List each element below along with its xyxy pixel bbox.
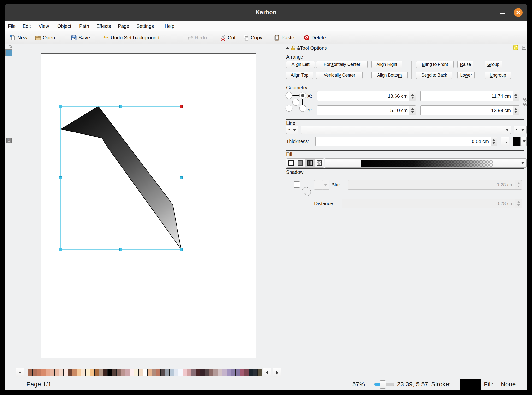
ungroup-button[interactable]: Ungroup (485, 72, 511, 79)
zoom-slider[interactable] (374, 379, 394, 390)
menu-help[interactable]: Help (165, 21, 174, 31)
open-button[interactable]: Open... (35, 31, 59, 44)
color-swatch[interactable] (174, 369, 178, 376)
menu-page[interactable]: Page (118, 21, 129, 31)
color-swatch[interactable] (72, 369, 77, 376)
color-swatch[interactable] (33, 369, 37, 376)
horizontally-center-button[interactable]: Horizontally Center (316, 61, 368, 68)
color-swatch[interactable] (81, 369, 86, 376)
shadow-color-dropdown[interactable] (322, 180, 329, 190)
color-swatch[interactable] (139, 369, 143, 376)
color-swatch[interactable] (253, 369, 258, 376)
color-swatch[interactable] (156, 369, 160, 376)
color-swatch[interactable] (46, 369, 50, 376)
color-swatch[interactable] (244, 369, 249, 376)
color-swatch[interactable] (218, 369, 222, 376)
stroke-color-button[interactable] (513, 137, 521, 146)
color-swatch[interactable] (117, 369, 121, 376)
panel-splitter[interactable] (283, 44, 283, 379)
color-swatch[interactable] (183, 369, 187, 376)
color-swatch[interactable] (103, 369, 108, 376)
color-swatch[interactable] (178, 369, 183, 376)
color-swatch[interactable] (240, 369, 244, 376)
new-button[interactable]: New (10, 31, 27, 44)
color-swatch[interactable] (249, 369, 253, 376)
color-swatch[interactable] (236, 369, 240, 376)
x-position-input[interactable]: 13.66 cm (317, 91, 416, 101)
color-swatch[interactable] (231, 369, 236, 376)
unlock-icon[interactable] (291, 45, 295, 51)
close-button[interactable] (514, 8, 523, 17)
dash-pattern-button[interactable]: .. (501, 137, 509, 146)
vertically-center-button[interactable]: Vertically Center (316, 72, 363, 79)
color-swatch[interactable] (59, 369, 64, 376)
raise-button[interactable]: Raise (457, 61, 473, 68)
color-swatch[interactable] (196, 369, 200, 376)
anchor-selector[interactable] (285, 91, 308, 113)
color-swatch[interactable] (50, 369, 55, 376)
color-swatch[interactable] (161, 369, 165, 376)
link-width-icon[interactable] (523, 98, 527, 102)
color-swatch[interactable] (41, 369, 46, 376)
color-swatch[interactable] (200, 369, 205, 376)
color-swatch[interactable] (99, 369, 103, 376)
fill-pattern-button[interactable] (315, 159, 324, 167)
fill-gradient-button[interactable] (305, 159, 315, 167)
fill-none-button[interactable] (286, 159, 296, 167)
menu-view[interactable]: View (39, 21, 49, 31)
shadow-color-button[interactable] (314, 180, 322, 190)
save-button[interactable]: Save (71, 31, 90, 44)
color-swatch[interactable] (77, 369, 81, 376)
align-bottom-button[interactable]: Align Bottom (371, 72, 408, 79)
distance-input[interactable]: 0.28 cm (342, 199, 522, 208)
redo-button[interactable]: Redo (187, 31, 207, 44)
y-position-input[interactable]: 5.10 cm (317, 105, 416, 115)
line-style-select[interactable] (301, 126, 511, 134)
menu-settings[interactable]: Settings (136, 21, 154, 31)
color-swatch[interactable] (90, 369, 94, 376)
palette-strip[interactable] (28, 369, 262, 376)
lower-button[interactable]: Lower (457, 72, 475, 79)
menu-object[interactable]: Object (57, 21, 71, 31)
collapse-icon[interactable] (286, 47, 289, 49)
color-swatch[interactable] (143, 369, 147, 376)
color-swatch[interactable] (134, 369, 138, 376)
color-swatch[interactable] (152, 369, 156, 376)
palette-prev-button[interactable] (263, 368, 271, 377)
color-swatch[interactable] (191, 369, 196, 376)
align-left-button[interactable]: Align Left (286, 61, 315, 68)
palette-next-button[interactable] (273, 368, 281, 377)
color-swatch[interactable] (148, 369, 152, 376)
color-swatch[interactable] (121, 369, 125, 376)
menu-file[interactable]: File (8, 21, 16, 31)
pin-icon[interactable] (513, 45, 518, 50)
minimize-button[interactable] (498, 10, 507, 16)
color-swatch[interactable] (112, 369, 116, 376)
line-end-marker-select[interactable]: - (514, 126, 527, 134)
color-swatch[interactable] (86, 369, 90, 376)
stroke-swatch[interactable] (460, 379, 481, 390)
copy-button[interactable]: Copy (243, 31, 262, 44)
color-swatch[interactable] (55, 369, 59, 376)
titlebar[interactable]: Karbon (5, 4, 527, 21)
color-swatch[interactable] (205, 369, 209, 376)
stroke-color-dropdown[interactable] (521, 137, 527, 146)
group-button[interactable]: Group (485, 61, 502, 68)
color-swatch[interactable] (222, 369, 227, 376)
float-icon[interactable] (522, 46, 526, 50)
color-swatch[interactable] (37, 369, 41, 376)
drawn-shape[interactable] (61, 106, 181, 249)
cut-button[interactable]: Cut (220, 31, 236, 44)
menu-edit[interactable]: Edit (23, 21, 31, 31)
color-swatch[interactable] (28, 369, 33, 376)
width-input[interactable]: 11.74 cm (420, 91, 519, 101)
color-swatch[interactable] (125, 369, 130, 376)
send-to-back-button[interactable]: Send to Back (416, 72, 452, 79)
zoom-slider-handle[interactable] (380, 380, 386, 389)
align-right-button[interactable]: Align Right (371, 61, 402, 68)
menu-path[interactable]: Path (79, 21, 89, 31)
align-top-button[interactable]: Align Top (286, 72, 313, 79)
thickness-input[interactable]: 0.04 cm (315, 137, 497, 146)
menu-effects[interactable]: Effects (96, 21, 111, 31)
color-swatch[interactable] (130, 369, 134, 376)
